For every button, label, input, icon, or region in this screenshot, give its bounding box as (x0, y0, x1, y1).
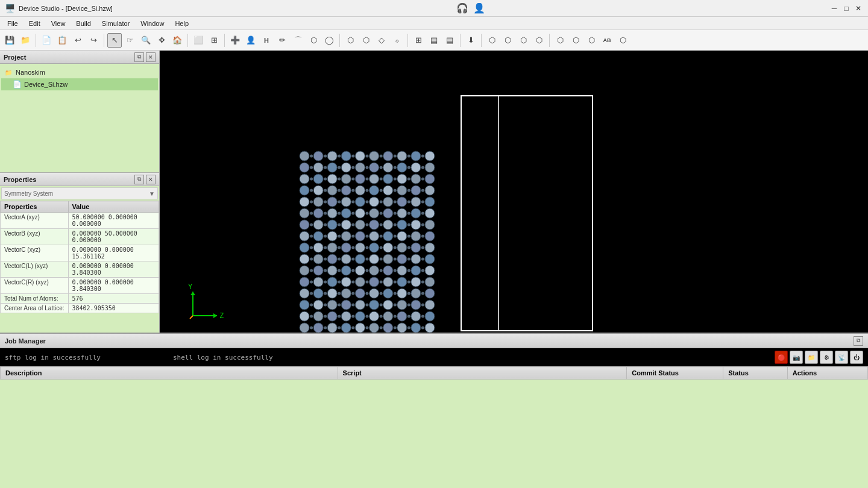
toolbar-c2[interactable]: ⬡ (500, 33, 515, 48)
svg-point-80 (313, 197, 323, 207)
menu-help[interactable]: Help (170, 19, 193, 28)
toolbar-add-group[interactable]: 👤 (244, 33, 258, 48)
svg-point-282 (397, 311, 407, 321)
prop-row: Total Num of Atoms:576 (1, 294, 159, 304)
log-btn-settings[interactable]: ⚙ (820, 351, 833, 364)
svg-point-53 (394, 178, 397, 181)
toolbar-zoom[interactable]: 🔍 (139, 33, 153, 48)
toolbar-bond[interactable]: ⬡ (306, 33, 321, 48)
toolbar-open[interactable]: 📁 (18, 33, 33, 48)
toolbar-save[interactable]: 💾 (2, 33, 17, 48)
svg-point-62 (324, 189, 327, 192)
toolbar-c3[interactable]: ⬡ (516, 33, 530, 48)
window-controls[interactable]: ─ □ ✕ (829, 4, 863, 13)
svg-point-281 (394, 315, 397, 318)
svg-point-222 (380, 281, 383, 284)
svg-point-34 (394, 166, 397, 169)
menu-view[interactable]: View (46, 19, 71, 28)
toolbar-select[interactable]: ↖ (107, 33, 122, 48)
minimize-button[interactable]: ─ (829, 4, 839, 13)
toolbar-mirror[interactable]: ⬦ (390, 33, 404, 48)
toolbar-down[interactable]: ⬇ (464, 33, 478, 48)
toolbar-edit[interactable]: ✏ (275, 33, 289, 48)
job-manager-restore-btn[interactable]: ⧉ (854, 336, 863, 346)
job-manager-title: Job Manager (5, 337, 46, 345)
svg-point-296 (366, 327, 369, 330)
log-btn-red[interactable]: 🔴 (775, 351, 788, 364)
svg-point-99 (313, 208, 323, 218)
toolbar-lines[interactable]: ▤ (427, 33, 441, 48)
toolbar-arc[interactable]: ⌒ (291, 33, 305, 48)
toolbar-t3[interactable]: ⬡ (584, 33, 599, 48)
project-close-btn[interactable]: ✕ (146, 52, 156, 62)
menu-simulator[interactable]: Simulator (97, 19, 134, 28)
toolbar-label[interactable]: AB (600, 33, 614, 48)
left-panel: Project ⧉ ✕ 📁 Nanoskim 📄 Device_Si.hzw (0, 51, 160, 333)
log-btn-folder[interactable]: 📁 (805, 351, 818, 364)
job-manager-controls[interactable]: ⧉ (854, 336, 863, 346)
project-restore-btn[interactable]: ⧉ (134, 52, 144, 62)
log-btn-power[interactable]: ⏻ (850, 351, 863, 364)
toolbar-rect[interactable]: ⬜ (191, 33, 206, 48)
log-row: sftp log in successfully shell log in su… (0, 348, 868, 366)
svg-point-277 (366, 315, 369, 318)
properties-restore-btn[interactable]: ⧉ (134, 175, 144, 184)
toolbar-redo[interactable]: ↪ (86, 33, 101, 48)
svg-point-68 (366, 189, 369, 192)
svg-point-43 (324, 178, 327, 181)
toolbar-pointer[interactable]: ☞ (123, 33, 137, 48)
toolbar-pan[interactable]: ✥ (154, 33, 169, 48)
toolbar-c1[interactable]: ⬡ (485, 33, 499, 48)
svg-point-283 (407, 315, 410, 318)
svg-point-110 (394, 212, 397, 215)
log-btn-wifi[interactable]: 📡 (835, 351, 848, 364)
svg-point-82 (327, 197, 337, 207)
toolbar-sym1[interactable]: ⬡ (343, 33, 357, 48)
filter-dropdown-icon[interactable]: ▼ (149, 190, 155, 197)
svg-point-175 (313, 254, 323, 264)
toolbar-t1[interactable]: ⬡ (553, 33, 567, 48)
toolbar-dots[interactable]: ▤ (442, 33, 457, 48)
canvas-area[interactable]: Z Y (160, 51, 868, 333)
svg-point-160 (341, 243, 351, 252)
project-tree-root[interactable]: 📁 Nanoskim (1, 66, 158, 78)
project-tree-file[interactable]: 📄 Device_Si.hzw (1, 78, 158, 90)
menu-file[interactable]: File (2, 19, 23, 28)
toolbar-sym2[interactable]: ⬡ (359, 33, 373, 48)
toolbar-add-atom[interactable]: ➕ (228, 33, 242, 48)
toolbar-sym3[interactable]: ◇ (374, 33, 389, 48)
svg-point-194 (313, 266, 323, 275)
menu-edit[interactable]: Edit (24, 19, 45, 28)
toolbar-new[interactable]: 📄 (39, 33, 54, 48)
toolbar-hydrogen[interactable]: H (259, 33, 274, 48)
maximize-button[interactable]: □ (841, 4, 851, 13)
svg-point-202 (370, 266, 379, 275)
svg-point-246 (411, 289, 421, 298)
svg-point-197 (338, 269, 341, 272)
toolbar-c4[interactable]: ⬡ (532, 33, 546, 48)
svg-point-88 (370, 197, 379, 207)
menu-window[interactable]: Window (136, 19, 169, 28)
menu-build[interactable]: Build (71, 19, 95, 28)
toolbar-copy[interactable]: 📋 (55, 33, 69, 48)
toolbar-grid2[interactable]: ⊞ (411, 33, 426, 48)
toolbar-grid[interactable]: ⊞ (207, 33, 221, 48)
toolbar-ring[interactable]: ◯ (322, 33, 336, 48)
log-btn-screenshot[interactable]: 📷 (790, 351, 803, 364)
properties-close-btn[interactable]: ✕ (146, 175, 156, 184)
toolbar-undo[interactable]: ↩ (71, 33, 85, 48)
svg-point-273 (338, 315, 341, 318)
svg-point-167 (394, 246, 397, 249)
svg-point-96 (425, 197, 435, 207)
svg-point-219 (355, 277, 365, 287)
svg-point-178 (338, 258, 341, 261)
svg-point-102 (338, 212, 341, 215)
svg-point-247 (421, 292, 424, 295)
prop-row: VectorA (xyz)50.000000 0.000000 0.000000 (1, 213, 159, 229)
svg-point-243 (394, 292, 397, 295)
svg-point-179 (341, 254, 351, 264)
toolbar-t2[interactable]: ⬡ (568, 33, 583, 48)
toolbar-t5[interactable]: ⬡ (615, 33, 630, 48)
toolbar-home[interactable]: 🏠 (170, 33, 184, 48)
close-button[interactable]: ✕ (854, 4, 863, 13)
